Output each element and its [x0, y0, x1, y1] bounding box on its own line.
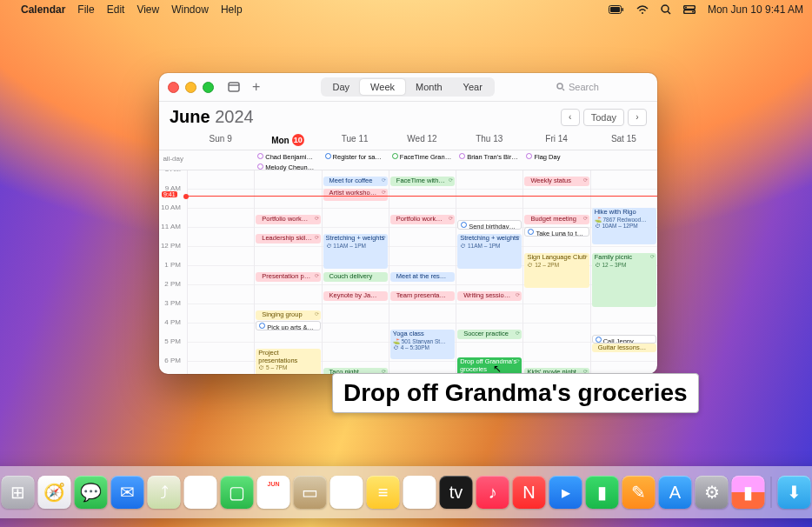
close-button[interactable]	[168, 82, 179, 93]
view-day[interactable]: Day	[323, 79, 361, 95]
calendar-event[interactable]: Portfolio work…⟳	[256, 215, 320, 224]
dock-app-news[interactable]: N	[513, 476, 546, 509]
calendar-event[interactable]: Guitar lessons…	[592, 344, 656, 352]
calendar-event[interactable]: Keynote by Ja…	[323, 291, 388, 301]
day-column-fri[interactable]: Weekly status⟳Budget meeting⟳Take Luna t…	[522, 170, 589, 374]
calendars-button[interactable]	[224, 78, 243, 96]
new-event-button[interactable]: +	[249, 79, 263, 95]
dock-app-app-store[interactable]: A	[659, 476, 692, 509]
calendar-event[interactable]: Leadership skil…⟳	[256, 234, 320, 243]
calendar-event[interactable]: Budget meeting⟳	[524, 215, 589, 224]
dock-app-messages[interactable]: 💬	[75, 476, 108, 509]
allday-event[interactable]: Chad Benjami…	[255, 152, 320, 162]
view-week[interactable]: Week	[360, 79, 405, 95]
dock-app-freeform[interactable]: ✎	[403, 476, 436, 509]
control-center-icon[interactable]	[683, 5, 696, 14]
day-header[interactable]: Wed 12	[389, 134, 456, 146]
wifi-icon[interactable]	[636, 5, 649, 15]
calendar-event[interactable]: Stretching + weights⟳⏱ 11AM – 1PM	[457, 234, 522, 269]
fullscreen-button[interactable]	[203, 82, 214, 93]
dock-app-contacts[interactable]: ▭	[294, 476, 327, 509]
dock-app-calendar[interactable]: JUN10	[257, 476, 290, 509]
dock-app-tv[interactable]: tv	[440, 476, 473, 509]
calendar-event[interactable]: Sign Language Club⟳⏱ 12 – 2PM	[524, 253, 589, 288]
calendar-event[interactable]: Soccer practice⟳	[457, 330, 522, 339]
view-month[interactable]: Month	[405, 79, 453, 95]
calendar-window: + Day Week Month Year Search June 2024 ‹…	[159, 73, 657, 374]
app-menu[interactable]: Calendar	[21, 3, 65, 16]
day-header[interactable]: Tue 11	[322, 134, 389, 146]
calendar-event[interactable]: FaceTime with…⟳	[390, 177, 455, 186]
prev-week-button[interactable]: ‹	[561, 109, 580, 126]
spotlight-icon[interactable]	[661, 4, 671, 15]
calendar-event[interactable]: Drop off Grandma's groceries⟳	[457, 357, 522, 374]
dock-app-maps[interactable]: ⤴	[148, 476, 181, 509]
dock-app-facetime[interactable]: ▢	[221, 476, 254, 509]
day-column-wed[interactable]: FaceTime with…⟳Portfolio work…⟳Meet at t…	[389, 170, 456, 374]
calendar-event[interactable]: Couch delivery	[323, 272, 388, 282]
dock-app-numbers[interactable]: ▮	[586, 476, 619, 509]
calendar-event[interactable]: Singing group⟳	[256, 310, 320, 320]
day-header[interactable]: Thu 13	[456, 134, 522, 146]
search-icon	[556, 83, 565, 91]
dock-app-iphone-mirroring[interactable]: ▮	[732, 476, 765, 509]
calendar-event[interactable]: Yoga class⛳ 501 Stanyan St…⏱ 4 – 5:30PM	[390, 330, 455, 359]
dock-app-mail[interactable]: ✉	[111, 476, 144, 509]
menu-view[interactable]: View	[136, 3, 159, 16]
calendar-event[interactable]: Project presentations⏱ 5 – 7PM	[256, 349, 320, 374]
allday-event[interactable]: Register for sa…	[323, 152, 388, 162]
day-column-sat[interactable]: Hike with Rigo⛳ 7867 Redwood…⏱ 10AM – 12…	[590, 170, 657, 374]
day-header[interactable]: Sat 15	[590, 134, 657, 146]
next-week-button[interactable]: ›	[628, 109, 647, 126]
search-input[interactable]: Search	[551, 79, 649, 95]
calendar-event[interactable]: Writing sessio…⟳	[457, 291, 522, 301]
menubar-clock[interactable]: Mon Jun 10 9:41 AM	[708, 3, 803, 16]
allday-event[interactable]: Flag Day	[523, 152, 589, 162]
view-year[interactable]: Year	[453, 79, 493, 95]
dock-app-reminders[interactable]: ☰	[330, 476, 363, 509]
dock-app-downloads[interactable]: ⬇	[778, 476, 811, 509]
dock-app-pages[interactable]: ✎	[622, 476, 656, 509]
allday-event[interactable]: FaceTime Gran…	[389, 152, 455, 162]
calendar-event[interactable]: Pick up arts &…	[256, 321, 320, 330]
menu-window[interactable]: Window	[171, 3, 209, 16]
calendar-event[interactable]: Meet at the res…	[390, 272, 455, 282]
day-column-sun[interactable]	[187, 170, 254, 374]
dock-app-notes[interactable]: ≡	[367, 476, 400, 509]
day-column-mon[interactable]: Portfolio work…⟳Leadership skil…⟳Present…	[254, 170, 321, 374]
menu-file[interactable]: File	[77, 3, 94, 16]
calendar-event[interactable]: Send birthday…	[457, 220, 522, 230]
calendar-event[interactable]: Portfolio work…⟳	[390, 215, 455, 224]
dock-app-safari[interactable]: 🧭	[38, 476, 71, 509]
calendar-event[interactable]: Call Jenny	[592, 335, 656, 344]
allday-event[interactable]: Brian Tran's Bir…	[456, 152, 522, 162]
menu-edit[interactable]: Edit	[107, 3, 125, 16]
day-column-tue[interactable]: Meet for coffee⟳Artist worksho…⟳Stretchi…	[322, 170, 389, 374]
week-grid[interactable]: all-day Chad Benjami…Melody Cheun… Regis…	[159, 150, 657, 374]
menu-help[interactable]: Help	[221, 3, 243, 16]
dock-separator	[771, 477, 772, 508]
svg-point-7	[685, 7, 687, 9]
calendar-event[interactable]: Meet for coffee⟳	[323, 177, 388, 186]
day-header[interactable]: Fri 14	[522, 134, 589, 146]
dock-app-music[interactable]: ♪	[476, 476, 509, 509]
allday-event[interactable]: Melody Cheun…	[255, 163, 320, 172]
dock-app-photos[interactable]: ✿	[184, 476, 217, 509]
today-button[interactable]: Today	[583, 109, 624, 126]
dock-app-keynote[interactable]: ▸	[549, 476, 582, 509]
calendar-event[interactable]: Presentation p…⟳	[256, 272, 320, 282]
calendar-event[interactable]: Team presenta…	[390, 291, 455, 301]
dock-app-system-settings[interactable]: ⚙	[696, 476, 729, 509]
day-column-thu[interactable]: Send birthday…Stretching + weights⟳⏱ 11A…	[456, 170, 522, 374]
calendar-event[interactable]: Artist worksho…⟳	[323, 189, 388, 201]
calendar-event[interactable]: Weekly status⟳	[524, 177, 589, 186]
dock-app-launchpad[interactable]: ⊞	[2, 476, 35, 509]
minimize-button[interactable]	[185, 82, 196, 93]
day-header[interactable]: Sun 9	[187, 134, 254, 146]
calendar-event[interactable]: Take Luna to th…	[524, 227, 589, 237]
calendar-event[interactable]: Stretching + weights⟳⏱ 11AM – 1PM	[323, 234, 388, 269]
battery-icon[interactable]	[609, 5, 624, 14]
calendar-event[interactable]: Family picnic⟳⏱ 12 – 3PM	[592, 253, 656, 307]
calendar-event[interactable]: Hike with Rigo⛳ 7867 Redwood…⏱ 10AM – 12…	[592, 208, 656, 244]
day-header-today[interactable]: Mon10	[254, 134, 321, 146]
